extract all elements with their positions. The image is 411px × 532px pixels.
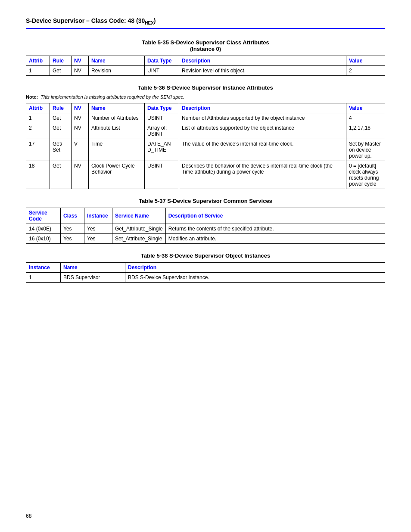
cell-nv: NV (72, 65, 89, 75)
cell-svcdesc: Modifies an attribute. (165, 233, 385, 243)
cell-svccode: 16 (0x10) (26, 233, 61, 243)
table-row: 1 BDS Supervisor BDS S-Device Supervisor… (26, 272, 385, 282)
cell-desc: Number of Attributes supported by the ob… (179, 113, 346, 123)
th-value-36: Value (346, 103, 385, 113)
page-title: S-Device Supervisor – Class Code: 48 (30… (26, 17, 385, 25)
cell-class: Yes (61, 224, 84, 233)
page-number: 68 (26, 513, 31, 519)
table-row: 18 Get NV Clock Power Cycle Behavior USI… (26, 161, 385, 189)
cell-name: Number of Attributes (89, 113, 145, 123)
cell-name: Attribute List (89, 123, 145, 139)
th-svcname-37: Service Name (112, 208, 166, 224)
cell-desc: List of attributes supported by the obje… (179, 123, 346, 139)
table-35-title: Table 5-35 S-Device Supervisor Class Att… (26, 39, 385, 52)
cell-datatype: USINT (145, 113, 179, 123)
cell-desc: BDS S-Device Supervisor instance. (125, 272, 385, 282)
cell-attrib: 2 (26, 123, 50, 139)
table-36-title: Table 5-36 S-Device Supervisor Instance … (26, 84, 385, 91)
cell-desc: Describes the behavior of the device’s i… (179, 161, 346, 189)
cell-rule: Get (50, 161, 72, 189)
th-attrib-35: Attrib (26, 56, 50, 65)
page-header: S-Device Supervisor – Class Code: 48 (30… (26, 17, 385, 29)
cell-datatype: UINT (145, 65, 179, 75)
cell-attrib: 1 (26, 113, 50, 123)
table-row: 1 Get NV Number of Attributes USINT Numb… (26, 113, 385, 123)
th-nv-35: NV (72, 56, 89, 65)
cell-attrib: 1 (26, 65, 50, 75)
cell-value: 1,2,17,18 (346, 123, 385, 139)
table-35: Attrib Rule NV Name Data Type Descriptio… (26, 56, 385, 76)
cell-svcdesc: Returns the contents of the specified at… (165, 224, 385, 233)
table-37: Service Code Class Instance Service Name… (26, 208, 385, 244)
th-name-36: Name (89, 103, 145, 113)
table-38: Instance Name Description 1 BDS Supervis… (26, 262, 385, 283)
table-37-title: Table 5-37 S-Device Supervisor Common Se… (26, 198, 385, 204)
table-row: 16 (0x10) Yes Yes Set_Attribute_Single M… (26, 233, 385, 243)
cell-name: Clock Power Cycle Behavior (89, 161, 145, 189)
th-name-35: Name (89, 56, 145, 65)
table-row: 1 Get NV Revision UINT Revision level of… (26, 65, 385, 75)
cell-name: BDS Supervisor (61, 272, 125, 282)
cell-attrib: 17 (26, 139, 50, 161)
cell-svcname: Get_Attribute_Single (112, 224, 166, 233)
th-class-37: Class (61, 208, 84, 224)
cell-name: Time (89, 139, 145, 161)
cell-value: 2 (346, 65, 385, 75)
cell-nv: NV (72, 161, 89, 189)
cell-nv: NV (72, 113, 89, 123)
th-datatype-36: Data Type (145, 103, 179, 113)
th-attrib-36: Attrib (26, 103, 50, 113)
cell-datatype: USINT (145, 161, 179, 189)
th-datatype-35: Data Type (145, 56, 179, 65)
cell-name: Revision (89, 65, 145, 75)
cell-instance: Yes (84, 224, 112, 233)
th-rule-36: Rule (50, 103, 72, 113)
cell-desc: The value of the device’s internal real-… (179, 139, 346, 161)
th-name-38: Name (61, 262, 125, 272)
cell-svccode: 14 (0x0E) (26, 224, 61, 233)
th-instance-37: Instance (84, 208, 112, 224)
th-desc-38: Description (125, 262, 385, 272)
th-desc-35: Description (179, 56, 346, 65)
cell-instance: Yes (84, 233, 112, 243)
table-row: 14 (0x0E) Yes Yes Get_Attribute_Single R… (26, 224, 385, 233)
th-value-35: Value (346, 56, 385, 65)
table-36: Attrib Rule NV Name Data Type Descriptio… (26, 103, 385, 189)
table-38-title: Table 5-38 S-Device Supervisor Object In… (26, 252, 385, 259)
th-instance-38: Instance (26, 262, 61, 272)
th-svccode-37: Service Code (26, 208, 61, 224)
cell-instance: 1 (26, 272, 61, 282)
cell-desc: Revision level of this object. (179, 65, 346, 75)
table-36-note: Note: This implementation is missing att… (26, 94, 385, 100)
th-svcdesc-37: Description of Service (165, 208, 385, 224)
cell-nv: V (72, 139, 89, 161)
cell-attrib: 18 (26, 161, 50, 189)
cell-nv: NV (72, 123, 89, 139)
cell-value: Set by Master on device power up. (346, 139, 385, 161)
th-nv-36: NV (72, 103, 89, 113)
cell-value: 0 = [default] clock always resets during… (346, 161, 385, 189)
cell-value: 4 (346, 113, 385, 123)
cell-class: Yes (61, 233, 84, 243)
cell-rule: Get (50, 113, 72, 123)
cell-rule: Get/Set (50, 139, 72, 161)
th-rule-35: Rule (50, 56, 72, 65)
cell-datatype: DATE_AN D_TIME (145, 139, 179, 161)
table-row: 17 Get/Set V Time DATE_AN D_TIME The val… (26, 139, 385, 161)
cell-datatype: Array of: USINT (145, 123, 179, 139)
th-desc-36: Description (179, 103, 346, 113)
table-row: 2 Get NV Attribute List Array of: USINT … (26, 123, 385, 139)
cell-svcname: Set_Attribute_Single (112, 233, 166, 243)
cell-rule: Get (50, 65, 72, 75)
cell-rule: Get (50, 123, 72, 139)
